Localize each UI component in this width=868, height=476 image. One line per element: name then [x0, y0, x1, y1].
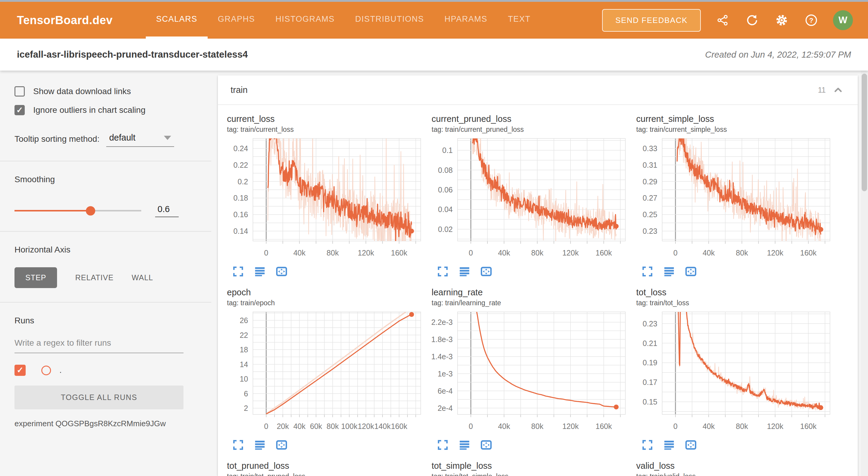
log-scale-icon[interactable] — [663, 439, 676, 452]
svg-text:40k: 40k — [498, 249, 510, 257]
svg-text:160k: 160k — [800, 249, 817, 257]
tooltip-sorting-value: default — [109, 133, 135, 143]
log-scale-icon[interactable] — [458, 265, 471, 279]
chart-plot-current_loss[interactable]: 0.140.160.180.20.220.24040k80k120k160k — [227, 137, 424, 264]
settings-sidebar: Show data download links ✓ Ignore outlie… — [0, 71, 211, 476]
train-section-header[interactable]: train 11 — [218, 75, 858, 105]
svg-text:0.06: 0.06 — [438, 186, 453, 194]
ignore-outliers-checkbox[interactable]: ✓ — [14, 105, 25, 115]
expand-icon[interactable] — [232, 265, 245, 279]
settings-icon[interactable] — [774, 12, 789, 28]
smoothing-value[interactable]: 0.6 — [155, 204, 179, 217]
smoothing-slider-thumb[interactable] — [86, 206, 95, 215]
chevron-up-icon[interactable] — [832, 84, 844, 96]
expand-icon[interactable] — [641, 439, 654, 452]
fit-domain-icon[interactable] — [480, 265, 493, 279]
svg-text:0.23: 0.23 — [643, 319, 657, 328]
expand-icon[interactable] — [436, 439, 449, 452]
show-download-links-checkbox[interactable] — [14, 86, 25, 97]
toggle-all-runs-button[interactable]: TOGGLE ALL RUNS — [14, 385, 184, 409]
divider — [0, 161, 211, 161]
fit-domain-icon[interactable] — [275, 439, 288, 452]
tab-graphs[interactable]: GRAPHS — [208, 2, 265, 39]
chart-title: current_loss — [227, 114, 424, 124]
chart-plot-learning_rate[interactable]: 2e-46e-41e-31.4e-31.8e-32.2e-3040k80k120… — [432, 310, 628, 438]
chart-plot-tot_loss[interactable]: 0.150.170.190.210.23040k80k120k160k — [636, 310, 833, 438]
svg-text:0.02: 0.02 — [438, 225, 453, 233]
tab-text[interactable]: TEXT — [498, 2, 541, 39]
smoothing-slider[interactable] — [14, 210, 141, 212]
tooltip-sorting-dropdown[interactable]: default — [106, 133, 174, 147]
scrollbar[interactable] — [861, 71, 868, 476]
help-icon[interactable]: ? — [803, 12, 819, 28]
svg-text:120k: 120k — [358, 249, 374, 257]
fit-domain-icon[interactable] — [684, 265, 697, 279]
share-icon[interactable] — [715, 12, 731, 28]
runs-filter-input[interactable] — [14, 336, 184, 353]
smoothing-slider-fill — [14, 210, 91, 212]
chart-plot-epoch[interactable]: 261014182226020k40k60k80k100k120k140k160… — [227, 310, 424, 438]
svg-text:10: 10 — [240, 375, 248, 383]
svg-text:80k: 80k — [327, 422, 339, 431]
log-scale-icon[interactable] — [458, 439, 471, 452]
svg-text:80k: 80k — [736, 249, 748, 257]
svg-text:0.08: 0.08 — [438, 166, 453, 174]
chart-plot-current_simple_loss[interactable]: 0.230.250.270.290.310.33040k80k120k160k — [636, 137, 833, 264]
log-scale-icon[interactable] — [663, 265, 676, 279]
send-feedback-button[interactable]: SEND FEEDBACK — [602, 9, 701, 32]
run-name: . — [59, 366, 62, 375]
chart-tag: tag: train/tot_pruned_loss — [227, 472, 424, 476]
svg-text:0.04: 0.04 — [438, 205, 453, 214]
svg-text:0.1: 0.1 — [442, 146, 453, 154]
run-row: ✓ . — [14, 365, 198, 376]
svg-text:40k: 40k — [703, 422, 715, 431]
svg-text:0.2: 0.2 — [238, 178, 248, 186]
tab-distributions[interactable]: DISTRIBUTIONS — [345, 2, 434, 39]
refresh-icon[interactable] — [744, 12, 760, 28]
svg-text:120k: 120k — [562, 422, 579, 431]
fit-domain-icon[interactable] — [684, 439, 697, 452]
chart-actions — [227, 265, 424, 279]
fit-domain-icon[interactable] — [275, 265, 288, 279]
experiment-title: icefall-asr-librispeech-pruned-transduce… — [17, 49, 248, 60]
expand-icon[interactable] — [436, 265, 449, 279]
log-scale-icon[interactable] — [253, 265, 266, 279]
chart-title: tot_pruned_loss — [227, 461, 424, 471]
chart-card-valid_loss: valid_losstag: train/valid_loss — [636, 461, 833, 476]
svg-text:0.19: 0.19 — [643, 358, 657, 367]
svg-text:160k: 160k — [595, 249, 612, 257]
chart-title: current_pruned_loss — [432, 114, 628, 124]
tab-hparams[interactable]: HPARAMS — [434, 2, 498, 39]
chart-card-tot_pruned_loss: tot_pruned_losstag: train/tot_pruned_los… — [227, 461, 424, 476]
svg-text:160k: 160k — [391, 249, 407, 257]
charts-grid: current_losstag: train/current_loss0.140… — [218, 105, 858, 476]
runs-label: Runs — [14, 316, 198, 325]
log-scale-icon[interactable] — [253, 439, 266, 452]
svg-text:80k: 80k — [531, 249, 544, 257]
svg-text:140k: 140k — [374, 422, 391, 431]
experiment-created-date: Created on Jun 4, 2022, 12:59:07 PM — [705, 50, 851, 60]
svg-text:40k: 40k — [293, 249, 306, 257]
train-section-card: train 11 current_losstag: train/current_… — [218, 75, 858, 476]
run-checkbox[interactable]: ✓ — [14, 365, 26, 376]
tab-scalars[interactable]: SCALARS — [146, 2, 208, 39]
svg-text:60k: 60k — [310, 422, 322, 431]
axis-button-relative[interactable]: RELATIVE — [75, 267, 114, 288]
scrollbar-thumb[interactable] — [862, 73, 867, 191]
chart-card-learning_rate: learning_ratetag: train/learning_rate2e-… — [432, 287, 628, 452]
svg-text:0: 0 — [264, 249, 268, 257]
fit-domain-icon[interactable] — [480, 439, 493, 452]
svg-text:2e-4: 2e-4 — [438, 404, 453, 412]
tab-histograms[interactable]: HISTOGRAMS — [265, 2, 345, 39]
svg-text:0.21: 0.21 — [643, 339, 657, 348]
chart-plot-current_pruned_loss[interactable]: 0.020.040.060.080.1040k80k120k160k — [432, 137, 628, 264]
svg-text:0.17: 0.17 — [643, 378, 657, 386]
user-avatar[interactable]: W — [833, 10, 853, 30]
svg-text:0.29: 0.29 — [643, 178, 657, 186]
expand-icon[interactable] — [641, 265, 654, 279]
axis-button-step[interactable]: STEP — [14, 267, 57, 288]
chart-count-badge: 11 — [818, 86, 826, 94]
content: Show data download links ✓ Ignore outlie… — [0, 71, 868, 476]
axis-button-wall[interactable]: WALL — [132, 267, 153, 288]
expand-icon[interactable] — [232, 439, 245, 452]
